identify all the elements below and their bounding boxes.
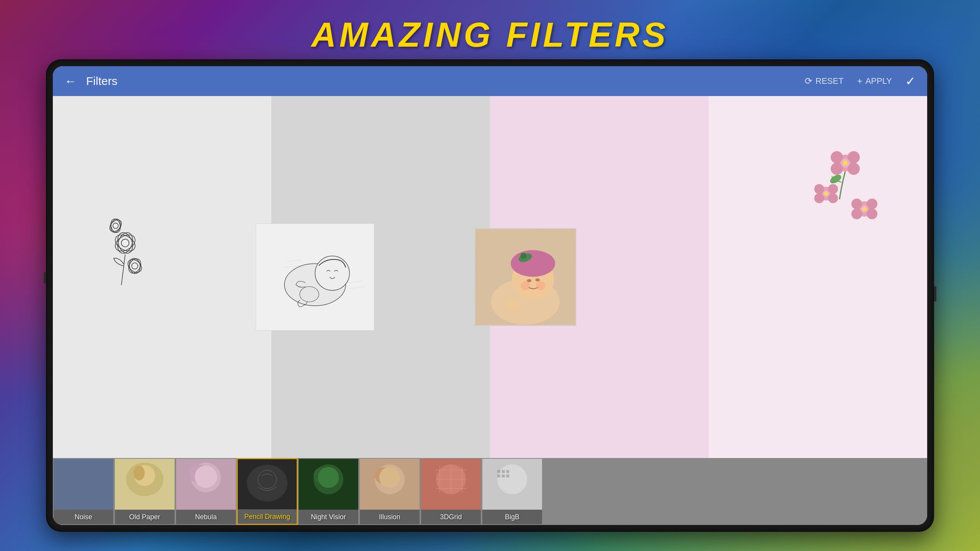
app-screen: ← Filters ⟳ RESET + APPLY ✓ xyxy=(53,66,927,525)
filter-item-pencil-drawing[interactable]: Pencil Drawing xyxy=(237,458,298,525)
filter-item-illusion[interactable]: Illusion xyxy=(359,458,420,525)
svg-point-42 xyxy=(814,193,824,203)
filter-thumb-night-vision xyxy=(299,459,358,510)
filter-item-noise[interactable]: Noise xyxy=(53,458,114,525)
filter-thumb-noise xyxy=(54,459,113,510)
svg-point-52 xyxy=(862,207,866,211)
header-actions: ⟳ RESET + APPLY ✓ xyxy=(805,74,916,88)
svg-rect-87 xyxy=(497,470,500,473)
page-title: AMAZING FILTERS xyxy=(0,15,980,55)
filter-thumb-illusion xyxy=(360,459,420,510)
reset-icon: ⟳ xyxy=(805,76,812,86)
filter-label-night-vision: Night Visior xyxy=(299,510,358,524)
svg-point-43 xyxy=(828,193,838,203)
svg-point-45 xyxy=(824,192,828,196)
reset-label: RESET xyxy=(815,76,843,86)
svg-point-4 xyxy=(121,239,129,247)
quad-1 xyxy=(53,96,271,458)
filter-thumb-3dgrid xyxy=(421,459,481,510)
svg-point-38 xyxy=(843,161,848,165)
svg-point-24 xyxy=(511,250,555,277)
preview-area xyxy=(53,96,927,458)
svg-point-56 xyxy=(68,467,84,484)
filter-label-illusion: Illusion xyxy=(360,510,420,524)
flowers-left-decoration xyxy=(96,205,154,289)
filter-label-pencil-drawing: Pencil Drawing xyxy=(238,509,297,524)
svg-rect-90 xyxy=(497,474,500,478)
svg-point-50 xyxy=(867,209,877,219)
filter-item-3dgrid[interactable]: 3DGrid xyxy=(420,458,482,525)
app-header: ← Filters ⟳ RESET + APPLY ✓ xyxy=(53,66,927,96)
svg-point-86 xyxy=(497,465,527,494)
apply-button[interactable]: + APPLY xyxy=(857,76,892,86)
pencil-sketch-frame xyxy=(256,223,374,331)
apply-label: APPLY xyxy=(866,76,892,86)
filter-item-nebula[interactable]: Nebula xyxy=(175,458,237,525)
svg-point-15 xyxy=(315,256,350,290)
svg-point-29 xyxy=(521,281,530,290)
tablet-button-right xyxy=(934,286,936,302)
svg-point-72 xyxy=(318,467,339,488)
back-button[interactable]: ← xyxy=(64,74,77,88)
svg-point-61 xyxy=(134,466,145,481)
filter-thumb-bigb xyxy=(482,459,542,510)
svg-point-26 xyxy=(520,253,526,259)
svg-point-48 xyxy=(867,199,877,209)
svg-point-57 xyxy=(73,467,94,488)
svg-point-49 xyxy=(851,209,862,219)
svg-point-55 xyxy=(69,465,98,494)
svg-rect-92 xyxy=(506,474,509,478)
svg-point-12 xyxy=(132,263,138,269)
filter-thumb-old-paper xyxy=(115,459,175,510)
filter-label-bigb: BigB xyxy=(482,510,542,524)
svg-point-30 xyxy=(536,281,545,290)
header-title: Filters xyxy=(86,75,805,88)
filter-thumb-nebula xyxy=(176,459,236,510)
svg-rect-54 xyxy=(54,459,113,510)
svg-point-8 xyxy=(113,223,118,228)
svg-point-28 xyxy=(535,279,540,282)
reset-button[interactable]: ⟳ RESET xyxy=(805,76,843,86)
filter-item-old-paper[interactable]: Old Paper xyxy=(114,458,175,525)
svg-point-53 xyxy=(828,173,843,185)
svg-rect-88 xyxy=(502,470,505,473)
svg-point-76 xyxy=(379,467,400,488)
confirm-button[interactable]: ✓ xyxy=(905,74,916,88)
tablet-button-left xyxy=(44,272,46,284)
tablet-frame: ← Filters ⟳ RESET + APPLY ✓ xyxy=(46,59,934,532)
filter-item-night-vision[interactable]: Night Visior xyxy=(298,458,359,525)
filter-label-nebula: Nebula xyxy=(176,510,236,524)
svg-point-41 xyxy=(828,184,838,194)
svg-point-40 xyxy=(814,184,824,194)
svg-point-16 xyxy=(300,287,319,302)
tablet-screen: ← Filters ⟳ RESET + APPLY ✓ xyxy=(53,66,927,525)
apply-icon: + xyxy=(857,76,862,86)
filter-thumb-pencil-drawing xyxy=(238,459,297,509)
filter-item-bigb[interactable]: BigB xyxy=(482,458,543,525)
filters-row: Noise Old Paper Nebula Pencil Drawing Ni… xyxy=(53,458,927,525)
filter-label-noise: Noise xyxy=(54,510,113,524)
filter-label-3dgrid: 3DGrid xyxy=(421,510,481,524)
baby-photo xyxy=(475,228,576,326)
filter-label-old-paper: Old Paper xyxy=(115,510,175,524)
svg-rect-89 xyxy=(506,470,509,473)
svg-point-65 xyxy=(195,466,217,488)
flowers-right-decoration xyxy=(807,132,884,247)
svg-point-47 xyxy=(851,199,862,209)
svg-point-31 xyxy=(506,300,521,311)
svg-rect-91 xyxy=(502,474,505,478)
